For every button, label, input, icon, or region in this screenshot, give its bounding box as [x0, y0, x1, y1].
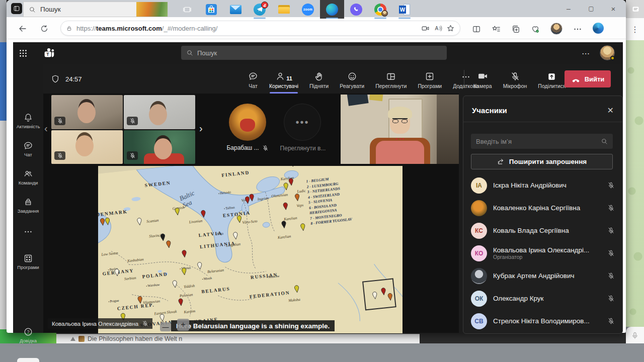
meeting-tab-raise[interactable]: Підняти [304, 66, 334, 94]
language-pin-orange [137, 296, 143, 306]
taskbar-search[interactable]: Пошук [23, 2, 168, 17]
sidebar-item-assignments[interactable]: Завдання [13, 197, 43, 214]
panel-close-icon[interactable]: ✕ [607, 106, 614, 115]
mic-muted-icon[interactable] [607, 272, 615, 280]
participant-row[interactable]: СВСтрелок Нікіта Володимиров... [463, 310, 623, 332]
mic-muted-icon[interactable] [607, 227, 615, 234]
sidebar-item-chat[interactable]: Чат [13, 141, 43, 157]
tab-camera-icon[interactable] [421, 24, 430, 33]
sidebar-item-apps[interactable]: Програми [13, 253, 43, 270]
sidebar-item-more[interactable] [13, 227, 43, 236]
participant-name: Олександр Крук [493, 295, 601, 302]
participant-name: Стрелок Нікіта Володимиров... [493, 317, 601, 325]
language-pin-red [245, 196, 251, 206]
window-close-button[interactable]: × [605, 2, 622, 15]
settings-dots-icon[interactable] [573, 23, 582, 36]
spotlight-video-tile[interactable] [341, 95, 459, 164]
app-launcher-icon[interactable] [18, 48, 28, 58]
mic-muted-icon[interactable] [607, 204, 615, 212]
profile-avatar-icon[interactable] [550, 23, 562, 35]
refresh-button[interactable] [38, 23, 50, 35]
mic-muted-icon[interactable] [607, 295, 615, 302]
mic-muted-icon[interactable] [607, 317, 615, 325]
tab-actions-menu-button[interactable] [11, 3, 22, 14]
background-window-titlebar[interactable]: Die Philosophen haben die Welt n [56, 334, 420, 343]
taskbar-app-word[interactable]: W [392, 0, 417, 19]
taskbar-app-zoom[interactable]: zoom [296, 0, 320, 19]
video-thumbnail[interactable] [51, 130, 123, 164]
svg-text:A: A [435, 25, 439, 31]
telegram-voice-message-button[interactable] [626, 327, 644, 343]
favorite-star-icon[interactable] [446, 24, 455, 33]
desktop-edge-grey [0, 0, 7, 42]
window-maximize-button[interactable]: ▢ [583, 2, 600, 15]
language-pin-yellow [290, 166, 296, 169]
plus-square-icon [425, 70, 435, 81]
teams-search-input[interactable]: Пошук [181, 46, 447, 60]
participant-row[interactable]: ОКОлександр Крук [463, 287, 623, 310]
participant-row[interactable]: Кубрак Артем Андрійович [463, 264, 623, 287]
taskbar-app-edge[interactable] [320, 0, 344, 19]
notification-center-button[interactable] [631, 5, 640, 14]
participant-row[interactable]: КОКовальова Ірина Олександрі...Організат… [463, 242, 623, 264]
back-button[interactable] [17, 23, 29, 35]
overflow-participants-tile[interactable]: ••• [284, 104, 321, 141]
share-invite-button[interactable]: Поширити запрошення [471, 154, 613, 169]
running-indicator [326, 18, 338, 19]
participant-avatar: ОК [471, 291, 487, 307]
participant-search-input[interactable]: Введіть ім’я [471, 134, 613, 149]
taskbar-app-taskview[interactable] [175, 0, 199, 19]
presenter-name-tag: Ковальова Ірина Олександрівна [48, 318, 152, 329]
participant-row[interactable]: КСКоваль Влада Сергіївна [463, 219, 623, 242]
browser-essentials-icon[interactable] [531, 23, 540, 36]
read-aloud-icon[interactable]: A [434, 24, 442, 33]
person-necklace [396, 136, 404, 140]
taskbar-app-viber[interactable] [344, 0, 368, 19]
device-button-mic[interactable]: Мікрофон [498, 66, 533, 94]
background-window-favicon [78, 336, 85, 342]
split-screen-icon[interactable] [472, 23, 481, 36]
video-thumbnail[interactable] [124, 130, 195, 164]
taskbar-app-mail[interactable] [223, 0, 248, 19]
meeting-tab-view[interactable]: Переглянути [370, 66, 412, 94]
device-button-camera[interactable]: Камера [468, 66, 498, 94]
participant-search-placeholder: Введіть ім’я [476, 138, 601, 145]
participant-row[interactable]: ІАІскра Нікіта Андрійович [463, 174, 623, 197]
mic-muted-icon[interactable] [607, 249, 615, 257]
teams-more-options[interactable]: ⋯ [580, 48, 592, 58]
participant-avatar-tile[interactable] [229, 104, 266, 141]
favorites-bar-icon[interactable] [492, 23, 501, 36]
inset-pin-orange [387, 293, 393, 303]
mic-muted-icon[interactable] [607, 182, 615, 189]
window-minimize-button[interactable]: – [560, 2, 577, 15]
download-desktop-app-button[interactable] [17, 358, 39, 362]
sidebar-item-activity[interactable]: Активність [13, 113, 43, 129]
taskbar-app-chrome[interactable] [368, 0, 392, 19]
participant-count-badge: 11 [286, 75, 292, 81]
share-zoom-in-button[interactable]: + [177, 319, 189, 331]
mic-muted-badge [54, 151, 65, 160]
mic-off-icon [510, 70, 520, 81]
address-bar[interactable]: https://teams.microsoft.com/_#/modern-ca… [60, 21, 460, 36]
meeting-tab-apps[interactable]: Програми [412, 66, 447, 94]
meeting-tab-chat[interactable]: Чат [243, 66, 264, 94]
taskbar-app-explorer[interactable] [272, 0, 296, 19]
telegram-menu-icon[interactable]: ⋮ [631, 25, 639, 34]
profile-avatar[interactable] [600, 45, 615, 60]
meeting-tab-people[interactable]: 11Користувачі [264, 66, 304, 94]
share-zoom-out-button[interactable]: — [160, 322, 171, 331]
collections-icon[interactable] [511, 23, 520, 36]
participant-row[interactable]: Коваленко Каріна Сергіївна [463, 197, 623, 219]
sidebar-item-help[interactable]: ?Довідка [13, 327, 43, 343]
video-thumbnail[interactable] [51, 95, 123, 129]
taskbar-app-telegram[interactable]: 4 [248, 0, 272, 19]
taskbar-app-store[interactable] [199, 0, 223, 19]
copilot-icon[interactable] [593, 23, 604, 34]
meeting-tab-react[interactable]: Реагувати [334, 66, 370, 94]
smile-icon [347, 70, 357, 81]
sidebar-item-teams[interactable]: Команди [13, 169, 43, 186]
svg-text:T: T [46, 52, 49, 57]
strip-scroll-right[interactable]: › [199, 121, 207, 136]
leave-button[interactable]: Вийти [565, 70, 611, 87]
video-thumbnail[interactable] [124, 95, 195, 129]
